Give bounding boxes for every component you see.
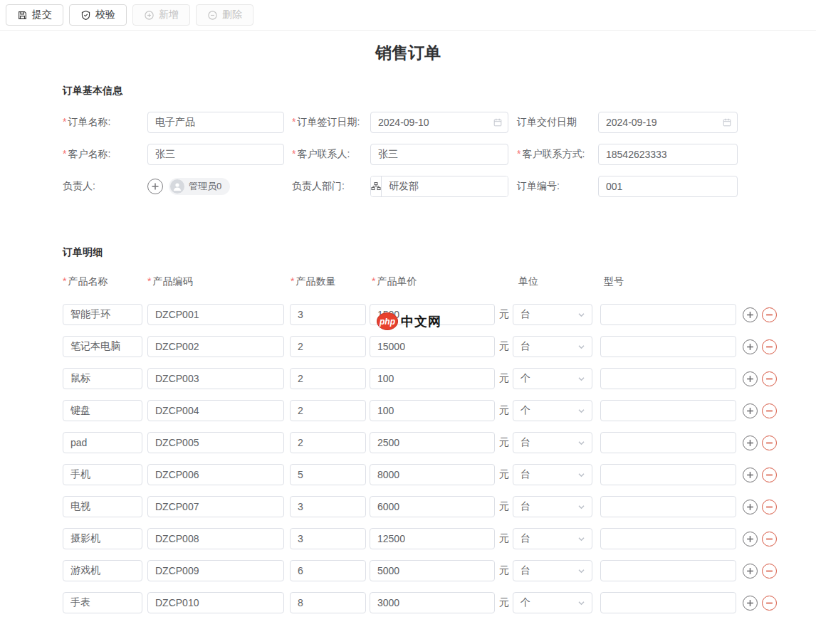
product-price-input[interactable] [370, 560, 495, 581]
remove-row-button[interactable] [762, 403, 777, 418]
unit-select[interactable]: 个 [513, 368, 592, 389]
owner-tag[interactable]: 管理员0 [169, 178, 230, 195]
owner-dept-label: 负责人部门: [292, 180, 370, 193]
model-input[interactable] [600, 592, 736, 613]
model-input[interactable] [600, 464, 736, 485]
add-row-button[interactable] [743, 564, 758, 579]
yuan-label: 元 [499, 404, 511, 417]
add-row-button[interactable] [743, 371, 758, 386]
product-qty-input[interactable] [290, 496, 366, 517]
product-qty-input[interactable] [290, 336, 366, 357]
model-input[interactable] [600, 336, 736, 357]
product-price-input[interactable] [370, 368, 495, 389]
product-name-input[interactable] [63, 368, 142, 389]
model-input[interactable] [600, 432, 736, 453]
product-code-input[interactable] [147, 560, 284, 581]
product-price-input[interactable] [370, 528, 495, 549]
unit-select[interactable]: 台 [513, 336, 592, 357]
add-row-button[interactable] [743, 532, 758, 547]
customer-phone-input[interactable] [598, 144, 738, 165]
yuan-label: 元 [499, 532, 511, 545]
product-price-input[interactable] [370, 336, 495, 357]
product-price-input[interactable] [370, 432, 495, 453]
product-price-input[interactable] [370, 400, 495, 421]
add-row-button[interactable] [743, 307, 758, 322]
product-qty-input[interactable] [290, 464, 366, 485]
product-qty-input[interactable] [290, 528, 366, 549]
remove-row-button[interactable] [762, 532, 777, 547]
product-code-input[interactable] [147, 400, 284, 421]
product-qty-input[interactable] [290, 432, 366, 453]
unit-select[interactable]: 台 [513, 432, 592, 453]
order-detail-row: 元 个 [63, 400, 816, 421]
add-row-button[interactable] [743, 403, 758, 418]
product-name-input[interactable] [63, 432, 142, 453]
product-qty-input[interactable] [290, 592, 366, 613]
unit-select[interactable]: 个 [513, 400, 592, 421]
product-name-input[interactable] [63, 496, 142, 517]
unit-select[interactable]: 个 [513, 592, 592, 613]
remove-row-button[interactable] [762, 468, 777, 482]
add-row-button[interactable] [743, 500, 758, 514]
product-price-input[interactable] [370, 496, 495, 517]
product-price-input[interactable] [370, 464, 495, 485]
remove-row-button[interactable] [762, 436, 777, 450]
model-input[interactable] [600, 304, 736, 325]
customer-contact-input[interactable] [370, 144, 508, 165]
model-input[interactable] [600, 560, 736, 581]
product-code-input[interactable] [147, 592, 284, 613]
product-name-input[interactable] [63, 304, 142, 325]
remove-row-button[interactable] [762, 339, 777, 354]
product-code-input[interactable] [147, 368, 284, 389]
product-qty-input[interactable] [290, 400, 366, 421]
product-name-input[interactable] [63, 400, 142, 421]
unit-select[interactable]: 台 [513, 560, 592, 581]
product-code-input[interactable] [147, 464, 284, 485]
validate-button[interactable]: 校验 [69, 4, 127, 26]
sign-date-input[interactable] [370, 112, 508, 133]
unit-select[interactable]: 台 [513, 304, 592, 325]
model-input[interactable] [600, 368, 736, 389]
submit-button[interactable]: 提交 [6, 4, 63, 26]
remove-row-button[interactable] [762, 307, 777, 322]
product-name-input[interactable] [63, 336, 142, 357]
product-price-input[interactable] [370, 592, 495, 613]
add-row-button[interactable] [743, 339, 758, 354]
unit-select[interactable]: 台 [513, 464, 592, 485]
product-code-input[interactable] [147, 528, 284, 549]
remove-row-button[interactable] [762, 564, 777, 579]
product-name-input[interactable] [63, 464, 142, 485]
product-qty-input[interactable] [290, 368, 366, 389]
model-input[interactable] [600, 496, 736, 517]
unit-select[interactable]: 台 [513, 528, 592, 549]
product-code-input[interactable] [147, 496, 284, 517]
delivery-date-input[interactable] [598, 112, 738, 133]
customer-name-input[interactable] [147, 144, 284, 165]
add-row-button[interactable] [743, 596, 758, 611]
model-input[interactable] [600, 528, 736, 549]
order-name-input[interactable] [147, 112, 284, 133]
unit-select[interactable]: 台 [513, 496, 592, 517]
order-detail-row: 元 个 [63, 592, 816, 613]
product-code-input[interactable] [147, 432, 284, 453]
owner-dept-input[interactable] [382, 176, 508, 196]
required-mark: * [147, 275, 151, 287]
add-owner-button[interactable] [147, 179, 163, 194]
add-row-button[interactable] [743, 436, 758, 450]
remove-row-button[interactable] [762, 371, 777, 386]
product-code-input[interactable] [147, 336, 284, 357]
order-no-input[interactable] [598, 176, 738, 197]
unit-select-value: 台 [521, 340, 530, 353]
model-input[interactable] [600, 400, 736, 421]
product-name-input[interactable] [63, 560, 142, 581]
product-qty-input[interactable] [290, 560, 366, 581]
product-name-input[interactable] [63, 592, 142, 613]
remove-row-button[interactable] [762, 500, 777, 514]
product-code-input[interactable] [147, 304, 284, 325]
product-name-input[interactable] [63, 528, 142, 549]
department-tree-button[interactable] [371, 176, 382, 196]
remove-row-button[interactable] [762, 596, 777, 611]
add-row-button[interactable] [743, 468, 758, 482]
product-qty-input[interactable] [290, 304, 366, 325]
plus-icon [746, 567, 754, 575]
